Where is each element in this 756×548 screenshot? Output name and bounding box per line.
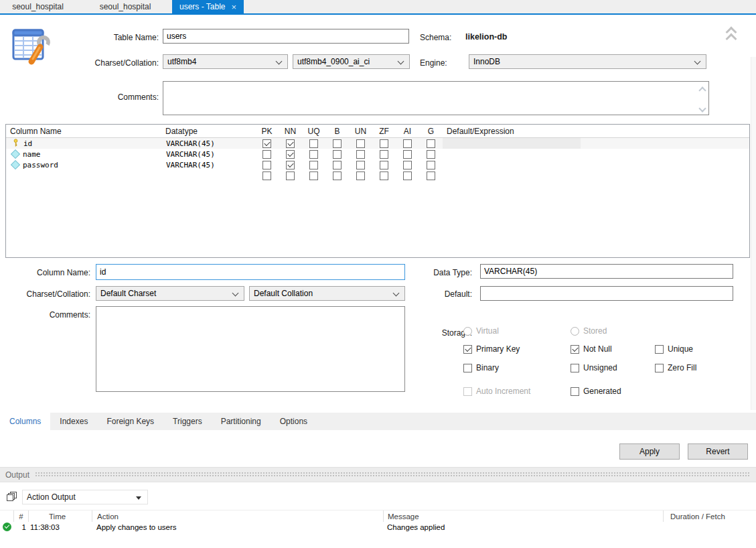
column-name-cell[interactable] <box>6 170 161 181</box>
flag-checkbox[interactable] <box>333 139 342 148</box>
output-column-header[interactable]: Duration / Fetch <box>663 510 756 522</box>
table-row[interactable]: nameVARCHAR(45) <box>6 149 749 159</box>
storage-radio-stored[interactable]: Stored <box>571 326 607 336</box>
table-name-input[interactable] <box>163 29 409 44</box>
grid-column-header[interactable]: PK <box>255 127 279 136</box>
grid-column-header[interactable]: G <box>419 127 443 136</box>
output-row[interactable]: 111:38:03Apply changes to usersChanges a… <box>0 521 756 533</box>
flag-checkbox[interactable] <box>333 172 342 180</box>
flag-checkbox[interactable] <box>309 150 318 159</box>
default-input[interactable] <box>480 286 733 301</box>
checkbox-icon[interactable] <box>571 364 579 372</box>
flag-checkbox[interactable] <box>262 139 271 148</box>
flag-checkbox[interactable] <box>403 139 412 148</box>
datatype-cell[interactable]: VARCHAR(45) <box>161 159 255 170</box>
table-row[interactable]: passwordVARCHAR(45) <box>6 159 749 170</box>
flag-checkbox[interactable] <box>286 139 295 148</box>
flag-not-null[interactable]: Not Null <box>571 344 612 354</box>
column-comments-textarea[interactable] <box>96 306 405 392</box>
column-name-input[interactable] <box>96 264 405 280</box>
table-row[interactable]: idVARCHAR(45) <box>6 138 749 149</box>
output-column-header[interactable]: Message <box>383 510 663 522</box>
flag-checkbox[interactable] <box>333 161 342 169</box>
scrollbar-track[interactable] <box>751 57 756 410</box>
grid-column-header[interactable]: Column Name <box>6 127 161 136</box>
flag-checkbox[interactable] <box>427 161 435 169</box>
output-column-header[interactable]: Action <box>92 510 383 522</box>
column-name-cell[interactable]: name <box>6 149 161 159</box>
datatype-cell[interactable]: VARCHAR(45) <box>161 138 255 149</box>
flag-checkbox[interactable] <box>380 150 388 159</box>
grid-column-header[interactable]: ZF <box>372 127 396 136</box>
apply-button[interactable]: Apply <box>619 443 680 460</box>
checkbox-icon[interactable] <box>571 345 579 354</box>
engine-select[interactable]: InnoDB <box>469 54 706 69</box>
flag-checkbox[interactable] <box>333 150 342 159</box>
column-charset-select[interactable]: Default Charset <box>96 286 244 301</box>
grid-column-header[interactable]: Datatype <box>161 127 255 136</box>
output-selector[interactable]: Action Output <box>22 490 148 504</box>
flag-checkbox[interactable] <box>427 172 435 180</box>
flag-checkbox[interactable] <box>356 150 365 159</box>
flag-checkbox[interactable] <box>427 150 435 159</box>
column-name-cell[interactable]: password <box>6 159 161 170</box>
subtab-foreign-keys[interactable]: Foreign Keys <box>97 413 163 430</box>
flag-checkbox[interactable] <box>356 161 365 169</box>
checkbox-icon[interactable] <box>463 364 472 372</box>
table-comments-textarea[interactable] <box>163 81 709 115</box>
tab-seoul-hospital[interactable]: seoul_hospital <box>0 0 76 13</box>
collation-select[interactable]: utf8mb4_0900_ai_ci <box>293 54 410 69</box>
checkbox-icon[interactable] <box>463 387 472 396</box>
table-row[interactable] <box>6 170 749 181</box>
output-column-header[interactable]: # <box>13 510 28 522</box>
flag-binary[interactable]: Binary <box>463 363 499 372</box>
default-expression-cell[interactable] <box>443 170 581 181</box>
flag-checkbox[interactable] <box>427 139 435 148</box>
subtab-columns[interactable]: Columns <box>0 413 50 430</box>
flag-checkbox[interactable] <box>262 172 271 180</box>
checkbox-icon[interactable] <box>655 345 664 354</box>
flag-checkbox[interactable] <box>380 161 388 169</box>
grid-column-header[interactable]: AI <box>396 127 419 136</box>
flag-checkbox[interactable] <box>286 161 295 169</box>
grid-column-header[interactable]: NN <box>279 127 302 136</box>
flag-primary-key[interactable]: Primary Key <box>463 344 520 354</box>
default-expression-cell[interactable] <box>443 149 581 159</box>
flag-generated[interactable]: Generated <box>571 387 621 396</box>
flag-checkbox[interactable] <box>356 172 365 180</box>
datatype-cell[interactable] <box>161 170 255 181</box>
flag-checkbox[interactable] <box>403 161 412 169</box>
flag-checkbox[interactable] <box>403 150 412 159</box>
charset-select[interactable]: utf8mb4 <box>163 54 288 69</box>
flag-checkbox[interactable] <box>356 139 365 148</box>
flag-checkbox[interactable] <box>286 150 295 159</box>
grid-column-header[interactable]: UN <box>349 127 372 136</box>
grid-column-header[interactable]: UQ <box>302 127 325 136</box>
tab-users-table[interactable]: users - Table× <box>172 0 244 13</box>
default-expression-cell[interactable] <box>443 159 581 170</box>
flag-auto-increment[interactable]: Auto Increment <box>463 387 530 396</box>
flag-checkbox[interactable] <box>309 139 318 148</box>
checkbox-icon[interactable] <box>463 345 472 354</box>
flag-checkbox[interactable] <box>286 172 295 180</box>
checkbox-icon[interactable] <box>655 364 664 372</box>
flag-checkbox[interactable] <box>262 161 271 169</box>
subtab-partitioning[interactable]: Partitioning <box>212 413 271 430</box>
output-column-header[interactable]: Time <box>28 510 92 522</box>
flag-checkbox[interactable] <box>309 161 318 169</box>
flag-checkbox[interactable] <box>403 172 412 180</box>
subtab-indexes[interactable]: Indexes <box>50 413 97 430</box>
flag-checkbox[interactable] <box>380 139 388 148</box>
subtab-options[interactable]: Options <box>271 413 317 430</box>
subtab-triggers[interactable]: Triggers <box>163 413 212 430</box>
datatype-cell[interactable]: VARCHAR(45) <box>161 149 255 159</box>
tab-seoul-hospital[interactable]: seoul_hospital <box>85 0 165 13</box>
flag-unsigned[interactable]: Unsigned <box>571 363 617 372</box>
checkbox-icon[interactable] <box>571 387 579 396</box>
data-type-input[interactable] <box>480 264 733 279</box>
grid-column-header[interactable]: Default/Expression <box>443 127 581 136</box>
default-expression-cell[interactable] <box>443 138 581 149</box>
storage-radio-virtual[interactable]: Virtual <box>463 326 499 336</box>
revert-button[interactable]: Revert <box>688 443 748 460</box>
flag-zero-fill[interactable]: Zero Fill <box>655 363 696 372</box>
